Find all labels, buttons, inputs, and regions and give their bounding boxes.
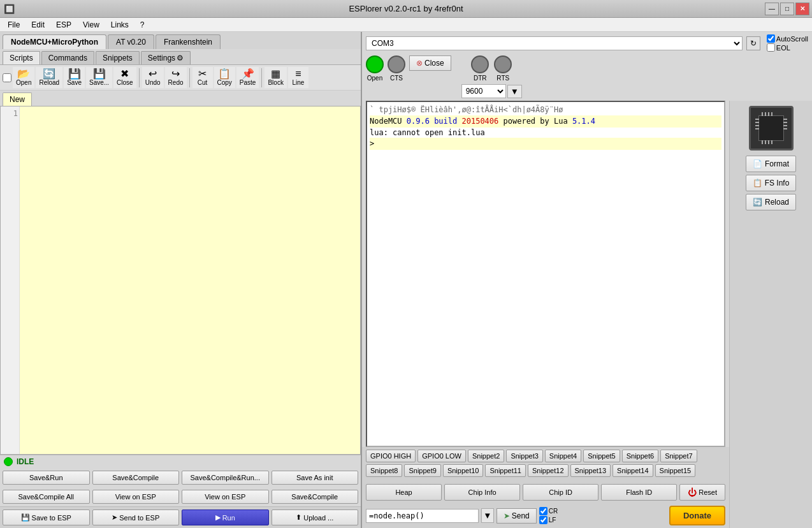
terminal-garbage-text: ` tpjiHø$® ËHlièâh',ø@:îtÅÅiH<`dh|ø4Ã8ÿ¨…	[370, 105, 563, 114]
chip-image	[749, 106, 794, 150]
view-on-esp-button-2[interactable]: View on ESP	[182, 490, 269, 504]
tab-frankenstein[interactable]: Frankenshtein	[156, 34, 221, 49]
block-button[interactable]: ▦ Block	[265, 67, 286, 88]
baud-rate-select[interactable]: 9600 19200 38400 57600 115200	[461, 84, 506, 98]
dtr-rts-group: DTR RTS	[471, 55, 512, 82]
copy-button[interactable]: 📋 Copy	[214, 67, 235, 88]
fsinfo-button[interactable]: 📋 FS Info	[746, 175, 797, 191]
tab-snippets[interactable]: Snippets	[96, 51, 140, 64]
pin-b1	[762, 140, 763, 144]
chip-id-button[interactable]: Chip ID	[523, 484, 598, 501]
menu-esp[interactable]: ESP	[51, 19, 76, 31]
flash-id-button[interactable]: Flash ID	[601, 484, 677, 501]
conn-right-group: DTR RTS 9600 19200 38400 57600	[461, 55, 522, 98]
eol-checkbox[interactable]	[767, 43, 775, 52]
terminal-container[interactable]: ` tpjiHø$® ËHlièâh',ø@:îtÅÅiH<`dh|ø4Ã8ÿ¨…	[366, 101, 725, 447]
snippet15-button[interactable]: Snippet15	[655, 464, 696, 477]
tab-at[interactable]: AT v0.20	[108, 34, 154, 49]
snippet11-button[interactable]: Snippet11	[485, 464, 526, 477]
editor-new-tab[interactable]: New	[3, 92, 32, 106]
baud-arrow[interactable]: ▼	[507, 85, 522, 98]
open-button[interactable]: 📂 Open	[13, 67, 34, 88]
toolbar-checkbox[interactable]	[3, 73, 11, 82]
close-conn-button[interactable]: ⊗ Close	[409, 55, 451, 71]
cr-option[interactable]: CR	[539, 507, 558, 515]
gpio0-low-button[interactable]: GPIO0 LOW	[417, 450, 466, 462]
autoscroll-label[interactable]: AutoScroll	[767, 34, 808, 43]
minimize-button[interactable]: —	[765, 3, 779, 15]
autoscroll-text: AutoScroll	[776, 35, 808, 43]
reload-button[interactable]: 🔄 Reload	[36, 67, 62, 88]
lf-text: LF	[549, 517, 556, 524]
cr-checkbox[interactable]	[539, 507, 547, 515]
snippet8-button[interactable]: Snippet8	[366, 464, 402, 477]
snippet2-button[interactable]: Snippet2	[468, 450, 504, 462]
open-circle-button[interactable]	[366, 55, 384, 73]
undo-button[interactable]: ↩ Undo	[142, 67, 164, 88]
redo-button[interactable]: ↪ Redo	[165, 67, 187, 88]
refresh-button[interactable]: ↻	[746, 36, 760, 50]
save-compile-all-button[interactable]: Save&Compile All	[3, 490, 90, 504]
tab-commands[interactable]: Commands	[41, 51, 94, 64]
terminal-line-garbage: ` tpjiHø$® ËHlièâh',ø@:îtÅÅiH<`dh|ø4Ã8ÿ¨…	[370, 105, 721, 115]
maximize-button[interactable]: □	[780, 3, 794, 15]
tab-scripts[interactable]: Scripts	[3, 51, 40, 64]
heap-button[interactable]: Heap	[366, 484, 442, 501]
menu-edit[interactable]: Edit	[26, 19, 50, 31]
com-bar: COM3 COM1 COM2 COM4 ↻ AutoScroll EOL	[362, 32, 812, 54]
snippet12-button[interactable]: Snippet12	[528, 464, 569, 477]
eol-label[interactable]: EOL	[767, 43, 808, 52]
chip-body	[758, 115, 784, 141]
send-dropdown-button[interactable]: ▼	[481, 508, 494, 523]
donate-button[interactable]: Donate	[669, 506, 725, 525]
paste-button[interactable]: 📌 Paste	[236, 67, 259, 88]
com-port-select[interactable]: COM3 COM1 COM2 COM4	[366, 36, 743, 50]
reload-esp-button[interactable]: 🔄 Reload	[746, 194, 796, 210]
save-button[interactable]: 💾 Save	[64, 67, 85, 88]
snippet14-button[interactable]: Snippet14	[613, 464, 653, 477]
editor-text-area[interactable]	[20, 106, 360, 454]
snippet6-button[interactable]: Snippet6	[622, 450, 658, 462]
line-button[interactable]: ≡ Line	[288, 67, 308, 88]
close-file-label: Close	[117, 79, 133, 86]
tab-settings[interactable]: Settings ⚙	[141, 51, 191, 64]
snippet9-button[interactable]: Snippet9	[404, 464, 440, 477]
save-compile-button-2[interactable]: Save&Compile	[272, 490, 359, 504]
snippet13-button[interactable]: Snippet13	[570, 464, 611, 477]
close-button[interactable]: ✕	[795, 3, 809, 15]
save-compile-run-button[interactable]: Save&Compile&Run...	[182, 471, 269, 485]
cut-button[interactable]: ✂ Cut	[192, 67, 213, 88]
menu-file[interactable]: File	[3, 19, 25, 31]
format-button[interactable]: 📄 Format	[746, 156, 796, 172]
saveas-button[interactable]: 💾 Save...	[86, 67, 112, 88]
snippet7-button[interactable]: Snippet7	[660, 450, 697, 462]
reload-icon: 🔄	[43, 69, 55, 79]
gpio0-high-button[interactable]: GPIO0 HIGH	[366, 450, 416, 462]
menu-help[interactable]: ?	[135, 19, 150, 31]
view-on-esp-button-1[interactable]: View on ESP	[92, 490, 180, 504]
snippet3-button[interactable]: Snippet3	[506, 450, 542, 462]
snippet10-button[interactable]: Snippet10	[443, 464, 484, 477]
autoscroll-checkbox[interactable]	[767, 34, 775, 43]
send-button[interactable]: ➤ Send	[497, 508, 537, 524]
menu-links[interactable]: Links	[106, 19, 134, 31]
tab-nodemcu[interactable]: NodeMCU+MicroPython	[3, 34, 106, 49]
chip-pins-bottom	[762, 140, 772, 144]
menu-view[interactable]: View	[78, 19, 105, 31]
reset-button[interactable]: ⏻ Reset	[679, 484, 725, 501]
chip-info-button[interactable]: Chip Info	[444, 484, 520, 501]
send-input[interactable]	[366, 509, 479, 523]
save-to-esp-button[interactable]: 💾 Save to ESP	[3, 510, 90, 525]
run-button[interactable]: ▶ Run	[182, 510, 269, 525]
close-file-button[interactable]: ✖ Close	[113, 67, 136, 88]
lf-option[interactable]: LF	[539, 516, 558, 524]
snippet5-button[interactable]: Snippet5	[583, 450, 620, 462]
save-as-init-button[interactable]: Save As init	[272, 471, 359, 485]
save-compile-button[interactable]: Save&Compile	[92, 471, 180, 485]
upload-button[interactable]: ⬆ Upload ...	[272, 510, 359, 525]
snippet4-button[interactable]: Snippet4	[545, 450, 581, 462]
lf-checkbox[interactable]	[539, 516, 547, 524]
send-to-esp-button[interactable]: ➤ Send to ESP	[92, 510, 180, 525]
editor-body[interactable]: 1	[0, 106, 361, 455]
save-run-button[interactable]: Save&Run	[3, 471, 90, 485]
